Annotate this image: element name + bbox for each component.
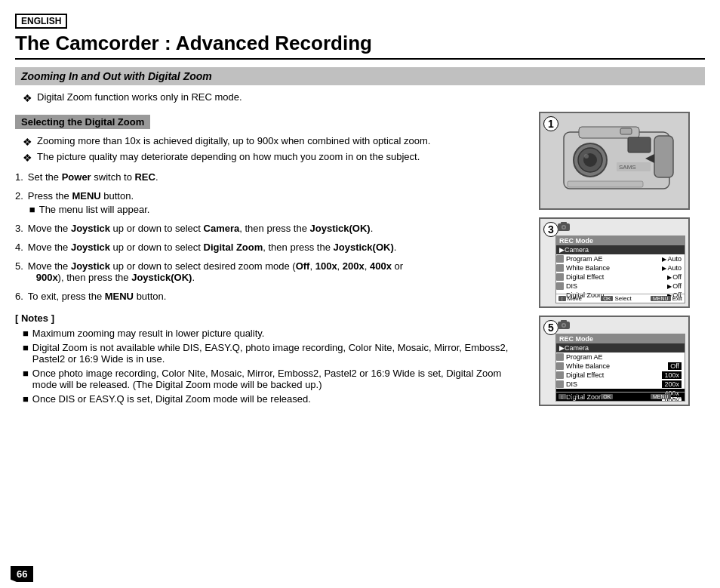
right-images: 1 bbox=[539, 112, 705, 408]
section-header: Zooming In and Out with Digital Zoom bbox=[15, 67, 705, 85]
svg-point-16 bbox=[563, 226, 565, 229]
menu3-box: REC Mode ▶Camera Program AE ▶Auto White … bbox=[555, 236, 685, 303]
cam3-icon bbox=[557, 221, 571, 232]
sub-header: Selecting the Digital Zoom bbox=[15, 115, 150, 129]
bullet-1: ❖ Zooming more than 10x is achieved digi… bbox=[15, 135, 524, 148]
content-area: Selecting the Digital Zoom ❖ Zooming mor… bbox=[15, 112, 705, 408]
menu5-box: REC Mode ▶Camera Program AE White Balanc… bbox=[555, 334, 685, 402]
svg-rect-14 bbox=[561, 222, 567, 225]
step-2: 2. Press the MENU button. ■ The menu lis… bbox=[15, 190, 524, 215]
english-badge: ENGLISH bbox=[15, 14, 67, 29]
notes-section: [ Notes ] ■ Maximum zooming may result i… bbox=[15, 312, 524, 405]
page: ENGLISH The Camcorder : Advanced Recordi… bbox=[0, 0, 720, 588]
cam1-svg: SAMS bbox=[556, 121, 685, 204]
left-content: Selecting the Digital Zoom ❖ Zooming mor… bbox=[15, 112, 539, 408]
svg-rect-6 bbox=[654, 136, 673, 177]
svg-rect-9 bbox=[628, 137, 651, 152]
note-4: ■ Once DIS or EASY.Q is set, Digital Zoo… bbox=[15, 393, 524, 405]
cam5-icon bbox=[557, 319, 571, 330]
svg-text:SAMS: SAMS bbox=[619, 164, 636, 171]
step-list: 1. Set the Power switch to REC. 2. Press… bbox=[15, 171, 524, 302]
step-3: 3. Move the Joystick up or down to selec… bbox=[15, 223, 524, 234]
bullet-symbol: ❖ bbox=[23, 92, 32, 104]
bullet-2: ❖ The picture quality may deteriorate de… bbox=[15, 151, 524, 164]
camera-image-1: 1 bbox=[539, 112, 690, 210]
note-3: ■ Once photo image recording, Color Nite… bbox=[15, 368, 524, 390]
step-6: 6. To exit, press the MENU button. bbox=[15, 291, 524, 302]
step-4: 4. Move the Joystick up or down to selec… bbox=[15, 242, 524, 253]
svg-rect-18 bbox=[561, 320, 567, 323]
cam5-label: 5 bbox=[543, 320, 558, 335]
main-title: The Camcorder : Advanced Recording bbox=[15, 32, 705, 60]
note-2: ■ Digital Zoom is not available while DI… bbox=[15, 342, 524, 365]
step-5: 5. Move the Joystick up or down to selec… bbox=[15, 260, 524, 283]
camera-image-3: 3 REC Mode ▶Camera Program AE ▶Auto bbox=[539, 217, 690, 308]
intro-bullet: ❖ Digital Zoom function works only in RE… bbox=[15, 91, 705, 104]
svg-rect-7 bbox=[620, 128, 632, 134]
camera-image-5: 5 REC Mode ▶Camera Program AE bbox=[539, 316, 690, 406]
svg-point-5 bbox=[584, 154, 589, 159]
notes-title: [ Notes ] bbox=[15, 312, 524, 324]
cam3-label: 3 bbox=[543, 222, 558, 237]
page-number: 66 bbox=[11, 566, 33, 582]
svg-point-20 bbox=[563, 325, 565, 327]
svg-rect-12 bbox=[568, 181, 643, 187]
note-1: ■ Maximum zooming may result in lower pi… bbox=[15, 328, 524, 339]
step-1: 1. Set the Power switch to REC. bbox=[15, 171, 524, 183]
